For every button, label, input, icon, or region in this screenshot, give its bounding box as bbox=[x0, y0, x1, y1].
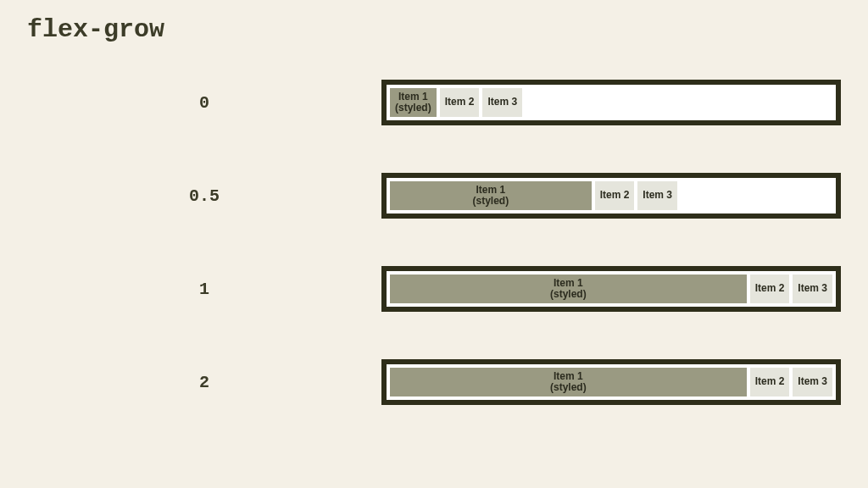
flex-demo: Item 1 (styled) Item 2 Item 3 bbox=[390, 368, 832, 396]
diagram-row: 0.5 Item 1 (styled) Item 2 Item 3 bbox=[27, 173, 841, 219]
flex-demo: Item 1 (styled) Item 2 Item 3 bbox=[390, 88, 832, 117]
item-label-line2: (styled) bbox=[550, 382, 587, 393]
item-label-line2: (styled) bbox=[550, 289, 587, 300]
flex-item: Item 2 bbox=[750, 368, 790, 396]
flex-item-styled: Item 1 (styled) bbox=[390, 88, 437, 117]
item-label-line2: (styled) bbox=[472, 196, 509, 207]
flex-demo: Item 1 (styled) Item 2 Item 3 bbox=[390, 274, 832, 303]
flex-item-styled: Item 1 (styled) bbox=[390, 274, 747, 303]
flex-container: Item 1 (styled) Item 2 Item 3 bbox=[381, 173, 841, 219]
flex-container: Item 1 (styled) Item 2 Item 3 bbox=[381, 359, 841, 405]
flex-item-styled: Item 1 (styled) bbox=[390, 368, 747, 396]
flex-item: Item 2 bbox=[440, 88, 480, 117]
flex-item: Item 3 bbox=[637, 181, 677, 210]
flex-item: Item 3 bbox=[482, 88, 522, 117]
flex-grow-value: 0.5 bbox=[27, 186, 381, 206]
flex-item: Item 3 bbox=[793, 274, 832, 303]
flex-item: Item 3 bbox=[793, 368, 832, 396]
flex-demo: Item 1 (styled) Item 2 Item 3 bbox=[390, 181, 832, 210]
diagram-row: 2 Item 1 (styled) Item 2 Item 3 bbox=[27, 359, 841, 405]
flex-item: Item 2 bbox=[750, 274, 790, 303]
flex-grow-value: 2 bbox=[27, 373, 381, 392]
flex-item: Item 2 bbox=[595, 181, 635, 210]
flex-container: Item 1 (styled) Item 2 Item 3 bbox=[381, 80, 841, 125]
flex-item-styled: Item 1 (styled) bbox=[390, 181, 592, 210]
diagram-row: 1 Item 1 (styled) Item 2 Item 3 bbox=[27, 266, 841, 312]
flex-grow-value: 1 bbox=[27, 280, 381, 299]
flex-grow-value: 0 bbox=[27, 93, 381, 113]
flex-container: Item 1 (styled) Item 2 Item 3 bbox=[381, 266, 841, 312]
page-title: flex-grow bbox=[27, 15, 164, 44]
diagram-row: 0 Item 1 (styled) Item 2 Item 3 bbox=[27, 80, 841, 125]
diagram-rows: 0 Item 1 (styled) Item 2 Item 3 0.5 Item… bbox=[27, 80, 841, 405]
item-label-line2: (styled) bbox=[395, 103, 431, 114]
